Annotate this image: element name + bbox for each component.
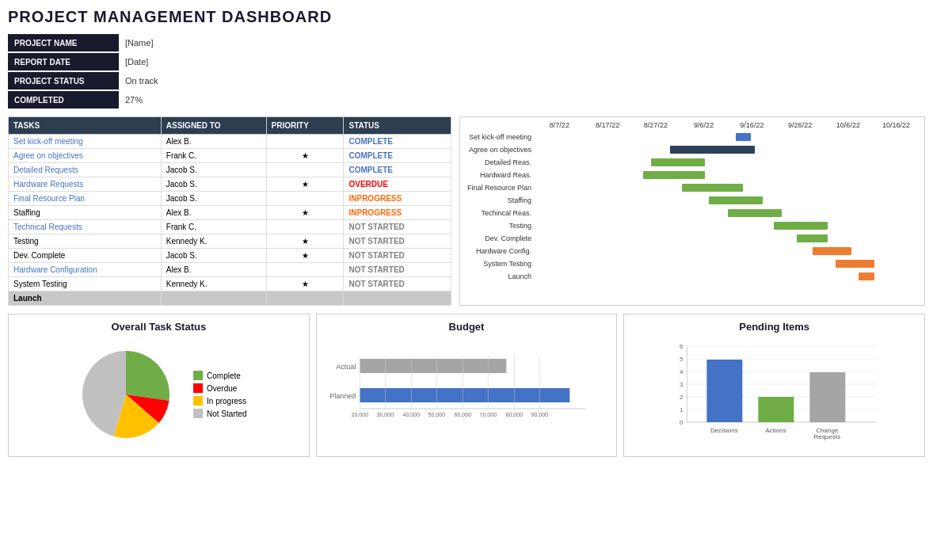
- budget-chart: Budget Actual Planned 20,000 30,000 40,0…: [316, 314, 618, 457]
- project-status-value: On track: [119, 72, 165, 90]
- gantt-row: Staffing: [464, 195, 920, 206]
- gantt-row-label: Dev. Complete: [464, 234, 535, 242]
- gantt-row-label: Agree on objectives: [464, 146, 535, 154]
- table-row: Detailed Requests Jacob S.COMPLETE: [9, 163, 451, 177]
- gantt-row: Launch: [464, 271, 920, 282]
- legend-item: In progress: [193, 396, 247, 406]
- svg-rect-2: [360, 359, 506, 373]
- gantt-row: Set kick-off meeting: [464, 131, 920, 143]
- task-name[interactable]: Hardware Requests: [9, 177, 162, 192]
- table-row: Dev. Complete Jacob S.★NOT STARTED: [9, 249, 451, 263]
- svg-text:50,000: 50,000: [428, 412, 445, 417]
- task-name: Staffing: [9, 206, 162, 220]
- assigned-to: Jacob S.: [161, 249, 266, 263]
- svg-text:6: 6: [680, 343, 684, 350]
- status-badge: INPROGRESS: [344, 192, 451, 206]
- project-status-label: PROJECT STATUS: [8, 72, 119, 90]
- status-badge: NOT STARTED: [344, 234, 451, 249]
- gantt-row-label: Launch: [464, 272, 535, 280]
- assigned-to: Jacob S.: [161, 192, 266, 206]
- assigned-to: Alex B.: [161, 135, 266, 149]
- table-row: Agree on objectives Frank C.★COMPLETE: [9, 149, 451, 163]
- legend-color: [193, 396, 203, 406]
- assigned-to: Kennedy K.: [161, 234, 266, 249]
- status-badge: COMPLETE: [344, 163, 451, 177]
- gantt-bar: [813, 247, 851, 255]
- status-badge: INPROGRESS: [344, 206, 451, 220]
- assigned-to: [161, 291, 266, 306]
- gantt-track: [535, 209, 920, 217]
- assigned-to: Frank C.: [161, 220, 266, 234]
- task-name[interactable]: Technical Requests: [9, 220, 162, 234]
- col-tasks: TASKS: [9, 117, 162, 135]
- legend-item: Overdue: [193, 383, 247, 393]
- task-name[interactable]: Final Resource Plan: [9, 192, 162, 206]
- overall-status-chart: Overall Task Status Complete Overdue In …: [8, 314, 310, 457]
- task-name: Launch: [9, 291, 162, 306]
- gantt-row: Testing: [464, 220, 920, 231]
- svg-text:80,000: 80,000: [505, 412, 523, 417]
- table-row: System Testing Kennedy K.★NOT STARTED: [9, 277, 451, 291]
- svg-text:1: 1: [680, 406, 684, 413]
- assigned-to: Frank C.: [161, 149, 266, 163]
- task-name[interactable]: Hardware Configuration: [9, 263, 162, 277]
- gantt-bar: [709, 196, 763, 204]
- gantt-row: Dev. Complete: [464, 233, 920, 244]
- svg-text:20,000: 20,000: [351, 412, 368, 417]
- priority: [266, 220, 344, 234]
- table-row: Staffing Alex B.★INPROGRESS: [9, 206, 451, 220]
- legend-label: In progress: [207, 397, 246, 406]
- legend-item: Not Started: [193, 409, 247, 418]
- gantt-bar: [651, 158, 705, 166]
- bottom-section: Overall Task Status Complete Overdue In …: [8, 314, 925, 457]
- gantt-row-label: Detailed Reas.: [464, 158, 535, 166]
- gantt-track: [535, 171, 920, 179]
- status-badge: NOT STARTED: [344, 220, 451, 234]
- svg-text:3: 3: [680, 381, 684, 388]
- status-badge: NOT STARTED: [344, 277, 451, 291]
- task-name[interactable]: Set kick-off meeting: [9, 135, 162, 149]
- gantt-row-label: Staffing: [464, 196, 535, 204]
- legend-item: Complete: [193, 371, 247, 380]
- project-name-label: PROJECT NAME: [8, 34, 119, 51]
- gantt-row: Hardward Reas.: [464, 170, 920, 181]
- gantt-track: [535, 133, 920, 141]
- priority: [266, 263, 344, 277]
- gantt-date-label: 9/6/22: [680, 121, 728, 129]
- gantt-bar: [728, 209, 782, 217]
- task-name: Testing: [9, 234, 162, 249]
- budget-title: Budget: [323, 321, 611, 333]
- gantt-row-label: Techincal Reas.: [464, 209, 535, 217]
- priority: ★: [266, 249, 344, 263]
- report-date-value: [Date]: [119, 53, 154, 70]
- svg-text:90,000: 90,000: [531, 412, 548, 417]
- priority: ★: [266, 206, 344, 220]
- svg-text:Decisions: Decisions: [710, 427, 738, 434]
- gantt-bar: [836, 260, 874, 268]
- status-badge: OVERDUE: [344, 177, 451, 192]
- completed-row: COMPLETED 27%: [8, 91, 198, 109]
- pie-container: Complete Overdue In progress Not Started: [15, 339, 303, 450]
- project-status-row: PROJECT STATUS On track: [8, 72, 198, 90]
- task-name[interactable]: Detailed Requests: [9, 163, 162, 177]
- gantt-track: [535, 196, 920, 204]
- table-row: Set kick-off meeting Alex B.COMPLETE: [9, 135, 451, 149]
- col-status: STATUS: [344, 117, 451, 135]
- priority: [266, 192, 344, 206]
- table-row: Testing Kennedy K.★NOT STARTED: [9, 234, 451, 249]
- completed-value: 27%: [119, 91, 149, 109]
- task-name[interactable]: Agree on objectives: [9, 149, 162, 163]
- gantt-date-label: 9/16/22: [728, 121, 776, 129]
- legend-label: Not Started: [207, 410, 247, 418]
- status-badge: COMPLETE: [344, 135, 451, 149]
- svg-rect-37: [707, 360, 743, 422]
- gantt-row-label: Final Resource Plan: [464, 184, 535, 192]
- table-row: Technical Requests Frank C.NOT STARTED: [9, 220, 451, 234]
- gantt-track: [535, 184, 920, 192]
- svg-text:60,000: 60,000: [454, 412, 471, 417]
- gantt-bar: [859, 272, 874, 280]
- svg-text:70,000: 70,000: [479, 412, 497, 417]
- svg-rect-41: [810, 372, 846, 422]
- gantt-date-label: 8/17/22: [584, 121, 632, 129]
- table-row: Final Resource Plan Jacob S.INPROGRESS: [9, 192, 451, 206]
